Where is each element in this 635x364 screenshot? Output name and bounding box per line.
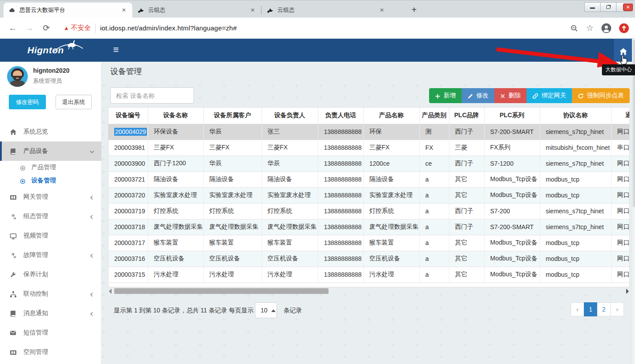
logout-button[interactable]: 退出系统	[56, 95, 92, 109]
sidebar-item-0[interactable]: 系统总览	[0, 122, 101, 141]
column-header-10[interactable]: 通讯方式	[611, 108, 630, 124]
column-header-7[interactable]: PLC品牌	[449, 108, 484, 124]
table-cell: 空压机设备	[148, 251, 203, 267]
security-warning-icon[interactable]: ▲	[64, 25, 69, 31]
scrollbar-thumb[interactable]	[114, 288, 329, 294]
sidebar-item-4[interactable]: 视频管理	[0, 226, 101, 245]
table-row-9[interactable]: 200003715污水处理污水处理污水处理13888888888污水处理a其它M…	[108, 267, 630, 282]
new-tab-button[interactable]: +	[408, 4, 420, 16]
page-scrollbar[interactable]	[632, 39, 635, 364]
scroll-left-icon[interactable]	[109, 289, 112, 294]
table-cell: mitsubishi_fxcom_hinet	[540, 140, 611, 156]
bind-gateway-button[interactable]: 绑定网关	[527, 88, 572, 103]
refresh-icon	[578, 92, 584, 99]
table-cell: 实验室废水处理	[203, 187, 261, 203]
minimize-icon[interactable]: ▬	[584, 2, 601, 12]
table-cell: S7-200-SMART	[484, 219, 540, 235]
profile-avatar-icon[interactable]	[601, 23, 611, 33]
column-header-1[interactable]: 设备名称	[148, 108, 203, 124]
restore-icon[interactable]	[600, 2, 616, 12]
film-icon	[10, 193, 18, 201]
table-row-2[interactable]: 200003900西门子1200华辰华辰138888888881200cece西…	[108, 156, 630, 171]
page-prev-button[interactable]: ‹	[571, 302, 584, 316]
table-row-0[interactable]: 200004029环保设备华辰张三13888888888环保测西门子S7-200…	[108, 124, 630, 140]
table-cell: 三菱FX	[363, 140, 419, 156]
column-header-2[interactable]: 设备所属客户	[203, 108, 261, 124]
edit-button[interactable]: 修改	[462, 88, 494, 103]
sidebar-toggle-icon[interactable]: ≡	[107, 39, 125, 62]
main-content: + + + + + + + + + + + + + + + + + + + + …	[101, 62, 635, 364]
delete-button[interactable]: 删除	[494, 88, 527, 103]
table-cell: 西门子	[449, 156, 484, 171]
chevron-left-icon	[90, 193, 94, 201]
table-row-8[interactable]: 200003716空压机设备空压机设备空压机设备13888888888空压机设备…	[108, 251, 630, 267]
sidebar-item-6[interactable]: 保养计划	[0, 265, 101, 284]
column-header-3[interactable]: 设备负责人	[261, 108, 318, 124]
tab-close-icon[interactable]: ✕	[249, 6, 257, 14]
table-row-4[interactable]: 200003720实验室废水处理实验室废水处理实验室废水处理1388888888…	[108, 187, 630, 203]
column-header-label: 产品类别	[422, 111, 447, 119]
table-cell: 三菱FX	[148, 140, 203, 156]
column-header-4[interactable]: 负责人电话	[318, 108, 363, 124]
page-button-2[interactable]: 2	[597, 302, 611, 316]
sidebar-item-9[interactable]: 短信管理	[0, 323, 101, 342]
column-header-6[interactable]: 产品类别	[419, 108, 449, 124]
sidebar-item-8[interactable]: 消息通知	[0, 304, 101, 323]
table-cell: 网口	[611, 156, 630, 171]
tab-close-icon[interactable]: ✕	[378, 6, 386, 14]
table-row-1[interactable]: 200003981三菱FX三菱FX三菱FX13888888888三菱FXFX三菱…	[108, 140, 630, 156]
zoom-icon[interactable]	[570, 24, 578, 32]
table-row-6[interactable]: 200003718废气处理数据采集废气处理数据采集废气处理数据采集1388888…	[108, 219, 630, 235]
back-icon[interactable]: ←	[6, 22, 19, 35]
refresh-page-icon[interactable]: ⟳	[40, 22, 53, 35]
page-button-1[interactable]: 1	[584, 302, 598, 316]
sidebar-subitem-label: 设备管理	[31, 177, 56, 185]
column-header-9[interactable]: 协议名称	[540, 108, 611, 124]
sidebar-subitem-设备管理[interactable]: 设备管理	[0, 174, 101, 187]
sidebar-item-7[interactable]: 联动控制	[0, 284, 101, 304]
sidebar-item-2[interactable]: 网关管理	[0, 187, 101, 207]
user-avatar	[7, 66, 28, 87]
table-cell: 网口	[611, 235, 630, 251]
page-next-button[interactable]: ›	[610, 302, 624, 316]
browser-tab-0[interactable]: 思普云大数据平台✕	[4, 3, 132, 18]
sidebar-item-1[interactable]: 产品设备	[0, 141, 101, 161]
security-warning-label[interactable]: 不安全	[71, 24, 91, 32]
sidebar-item-10[interactable]: 空间管理	[0, 342, 101, 362]
tab-close-icon[interactable]: ✕	[120, 6, 128, 14]
sidebar-item-5[interactable]: 故障管理	[0, 245, 101, 265]
search-input[interactable]	[110, 87, 194, 104]
column-header-8[interactable]: PLC系列	[484, 108, 540, 124]
scroll-right-icon[interactable]	[626, 289, 629, 294]
browser-update-icon[interactable]	[619, 23, 629, 33]
sidebar-item-label: 产品设备	[23, 147, 48, 155]
force-sync-button[interactable]: 强制同步点表	[572, 88, 630, 103]
table-cell: 猴车装置	[203, 235, 261, 251]
browser-tab-1[interactable]: 云组态✕	[132, 3, 261, 18]
page-size-select[interactable]: 10	[255, 302, 277, 318]
home-icon	[10, 128, 18, 135]
table-cell: 猴车装置	[363, 235, 419, 251]
pencil-icon	[467, 92, 473, 99]
sitemap-icon	[10, 290, 18, 297]
browser-tab-2[interactable]: 云组态✕	[261, 3, 390, 18]
close-icon[interactable]: ✕✕	[616, 2, 632, 12]
column-header-0[interactable]: 设备编号	[108, 108, 148, 124]
change-password-button[interactable]: 修改密码	[9, 95, 46, 109]
bookmark-star-icon[interactable]: ☆	[586, 23, 594, 33]
table-cell: 三菱FX	[261, 140, 318, 156]
sidebar-item-label: 组态管理	[23, 212, 48, 220]
sidebar-item-3[interactable]: 组态管理	[0, 207, 101, 226]
table-row-3[interactable]: 200003721隔油设备隔油设备隔油设备13888888888隔油设备a其它M…	[108, 171, 630, 187]
table-cell: 网口	[611, 124, 630, 140]
column-header-5[interactable]: 产品名称	[363, 108, 419, 124]
url-text[interactable]: iot.idosp.net/admin/index.html?language=…	[100, 24, 237, 32]
add-button[interactable]: 新增	[429, 88, 462, 103]
table-cell: 网口	[611, 219, 630, 235]
dot-circle-icon	[20, 177, 27, 184]
forward-icon[interactable]: →	[23, 22, 36, 35]
table-row-5[interactable]: 200003719灯控系统灯控系统灯控系统13888888888灯控系统a西门子…	[108, 203, 630, 219]
table-cell: 13888888888	[318, 140, 363, 156]
table-row-7[interactable]: 200003717猴车装置猴车装置猴车装置13888888888猴车装置a其它M…	[108, 235, 630, 251]
sidebar-subitem-产品管理[interactable]: 产品管理	[0, 161, 101, 174]
